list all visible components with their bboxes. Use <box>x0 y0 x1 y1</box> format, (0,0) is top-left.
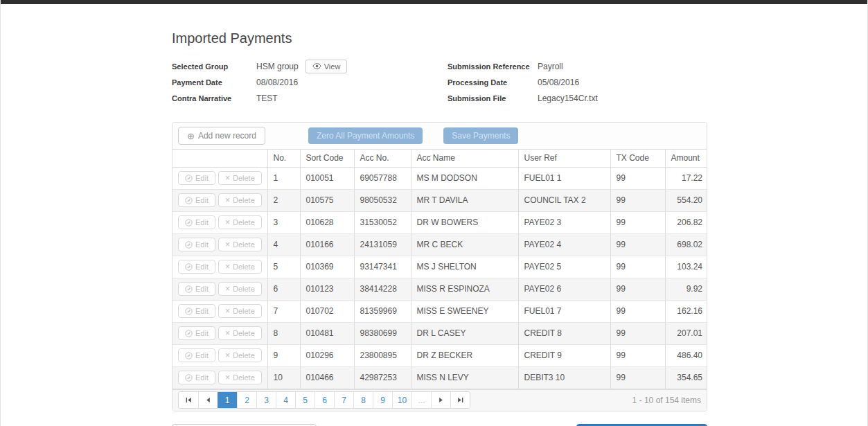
edit-row-button[interactable]: Edit <box>178 371 215 384</box>
delete-row-button[interactable]: × Delete <box>218 193 262 207</box>
page-title: Imported Payments <box>172 30 707 46</box>
edit-row-button[interactable]: Edit <box>178 326 215 340</box>
cell-acc-no: 93147341 <box>354 256 411 278</box>
cell-tx-code: 99 <box>610 300 665 322</box>
table-row: Edit × Delete 4 010166 24131059 MR C BEC… <box>172 233 707 256</box>
run-pre-submission-validation-button[interactable]: Run Pre-submission Validation <box>576 424 707 426</box>
change-bacs-submission-details-button[interactable]: Change BACS Submission Details <box>172 424 317 426</box>
pager-first-button[interactable] <box>179 392 198 408</box>
cell-acc-no: 24131059 <box>354 233 411 256</box>
save-payments-button[interactable]: Save Payments <box>443 127 518 144</box>
delete-row-button[interactable]: × Delete <box>218 260 262 274</box>
cell-sort-code: 010628 <box>300 211 354 233</box>
pager-ellipsis: ... <box>411 392 431 408</box>
submission-file-value: Legacy154Cr.txt <box>538 94 598 103</box>
zero-all-payment-amounts-button[interactable]: Zero All Payment Amounts <box>308 127 423 144</box>
delete-row-button[interactable]: × Delete <box>218 348 262 362</box>
pager-page-7[interactable]: 7 <box>334 392 353 408</box>
pager-page-3[interactable]: 3 <box>256 392 276 408</box>
cell-sort-code: 010481 <box>300 322 354 344</box>
arrow-prev-icon <box>205 397 211 403</box>
details-right-column: Submission Reference Payroll Processing … <box>448 59 707 107</box>
edit-row-button[interactable]: Edit <box>178 215 215 229</box>
pager-page-8[interactable]: 8 <box>353 392 373 408</box>
x-icon: × <box>225 329 230 337</box>
cell-user-ref: PAYE02 4 <box>518 233 610 256</box>
cell-sort-code: 010123 <box>300 278 354 300</box>
cell-tx-code: 99 <box>610 366 665 389</box>
pager-pages: 12345678910... <box>218 392 431 408</box>
delete-row-button[interactable]: × Delete <box>218 326 262 340</box>
cell-amount: 103.24 <box>665 256 707 278</box>
plus-circle-icon: ⊕ <box>187 132 195 141</box>
pencil-circle-icon <box>185 285 193 293</box>
cell-acc-name: MR C BECK <box>411 233 518 256</box>
cell-user-ref: FUEL01 7 <box>518 300 610 322</box>
delete-row-button[interactable]: × Delete <box>218 282 262 296</box>
column-header-amount: Amount <box>665 150 707 167</box>
column-header-user-ref: User Ref <box>518 150 610 167</box>
cell-sort-code: 010466 <box>300 366 354 389</box>
submission-file-label: Submission File <box>448 94 538 103</box>
table-row: Edit × Delete 9 010296 23800895 DR Z BEC… <box>172 344 707 366</box>
edit-row-button[interactable]: Edit <box>178 304 215 318</box>
cell-acc-no: 98050532 <box>354 189 411 211</box>
edit-row-button[interactable]: Edit <box>178 260 215 274</box>
pager-page-9[interactable]: 9 <box>373 392 392 408</box>
cell-no: 2 <box>267 189 300 211</box>
cell-sort-code: 010369 <box>300 256 354 278</box>
pager-page-6[interactable]: 6 <box>315 392 334 408</box>
table-row: Edit × Delete 8 010481 98380699 DR L CAS… <box>172 322 707 344</box>
pager-prev-button[interactable] <box>198 392 218 408</box>
pager-last-button[interactable] <box>450 392 470 408</box>
pager-page-5[interactable]: 5 <box>295 392 315 408</box>
x-icon: × <box>225 263 230 271</box>
arrow-next-icon <box>438 397 444 403</box>
cell-tx-code: 99 <box>610 256 665 278</box>
selected-group-row: Selected Group HSM group View <box>172 59 448 73</box>
cell-user-ref: DEBIT3 10 <box>518 366 610 389</box>
cell-no: 7 <box>267 300 300 322</box>
delete-row-button[interactable]: × Delete <box>218 215 262 229</box>
edit-row-button[interactable]: Edit <box>178 348 215 362</box>
cell-amount: 486.40 <box>665 344 707 366</box>
submission-details-panel: Selected Group HSM group View Payment Da… <box>172 59 707 107</box>
cell-acc-no: 69057788 <box>354 167 411 189</box>
pencil-circle-icon <box>185 308 193 315</box>
pencil-circle-icon <box>185 219 193 227</box>
edit-row-button[interactable]: Edit <box>178 238 215 251</box>
x-icon: × <box>225 174 230 182</box>
pencil-circle-icon <box>185 330 193 337</box>
grid-pager: 12345678910... 1 - 10 of 154 items <box>172 389 707 411</box>
pager-page-1[interactable]: 1 <box>218 392 237 408</box>
cell-tx-code: 99 <box>610 278 665 300</box>
delete-row-button[interactable]: × Delete <box>218 371 262 384</box>
pager-info: 1 - 10 of 154 items <box>632 396 701 405</box>
cell-sort-code: 010702 <box>300 300 354 322</box>
delete-row-button[interactable]: × Delete <box>218 238 262 251</box>
add-new-record-button[interactable]: ⊕ Add new record <box>178 127 265 145</box>
imported-payments-page: Imported Payments Selected Group HSM gro… <box>172 30 707 426</box>
add-new-record-label: Add new record <box>198 131 256 141</box>
delete-row-button[interactable]: × Delete <box>218 171 262 185</box>
edit-row-button[interactable]: Edit <box>178 193 215 207</box>
x-icon: × <box>225 351 230 360</box>
seek-first-icon <box>186 397 192 403</box>
edit-row-button[interactable]: Edit <box>178 171 215 185</box>
cell-amount: 698.02 <box>665 233 707 256</box>
cell-acc-name: MISS R ESPINOZA <box>411 278 518 300</box>
pager-buttons: 12345678910... <box>178 391 470 409</box>
pager-next-button[interactable] <box>431 392 450 408</box>
view-group-button[interactable]: View <box>305 60 348 73</box>
pencil-circle-icon <box>185 197 193 204</box>
x-icon: × <box>225 285 230 293</box>
pager-page-2[interactable]: 2 <box>237 392 256 408</box>
edit-row-button[interactable]: Edit <box>178 282 215 296</box>
pager-page-4[interactable]: 4 <box>276 392 295 408</box>
pager-page-10[interactable]: 10 <box>392 392 411 408</box>
cell-acc-no: 31530052 <box>354 211 411 233</box>
delete-row-button[interactable]: × Delete <box>218 304 262 318</box>
cell-acc-no: 98380699 <box>354 322 411 344</box>
cell-tx-code: 99 <box>610 189 665 211</box>
pencil-circle-icon <box>185 374 193 382</box>
